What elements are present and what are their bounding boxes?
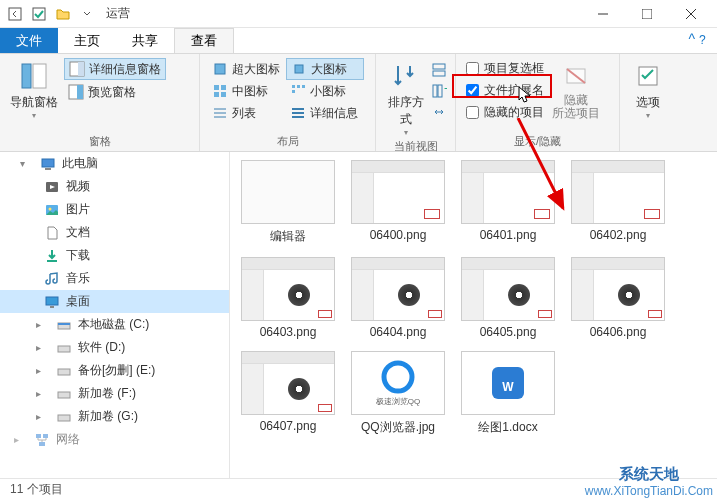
svg-rect-44 bbox=[58, 323, 70, 325]
file-name: 06406.png bbox=[568, 325, 668, 339]
svg-rect-50 bbox=[43, 434, 48, 438]
svg-rect-17 bbox=[221, 92, 226, 97]
file-name: 06401.png bbox=[458, 228, 558, 242]
svg-rect-11 bbox=[77, 85, 83, 99]
ribbon-group-current-view: 排序方式 ▾ + 当前视图 bbox=[376, 54, 456, 151]
layout-extra-large[interactable]: 超大图标 bbox=[208, 58, 286, 80]
layout-large[interactable]: 大图标 bbox=[286, 58, 364, 80]
tree-desktop[interactable]: 桌面 bbox=[0, 290, 229, 313]
svg-rect-6 bbox=[22, 64, 31, 88]
file-item[interactable]: 编辑器 bbox=[238, 160, 338, 245]
file-name: 06402.png bbox=[568, 228, 668, 242]
svg-rect-3 bbox=[642, 9, 652, 19]
cursor-icon bbox=[518, 86, 532, 104]
tree-drive-f[interactable]: ▸新加卷 (F:) bbox=[0, 382, 229, 405]
file-item[interactable]: 06407.png bbox=[238, 351, 338, 436]
pictures-icon bbox=[44, 202, 60, 218]
tab-file[interactable]: 文件 bbox=[0, 28, 58, 53]
drive-icon bbox=[56, 340, 72, 356]
details-pane-icon bbox=[69, 61, 85, 77]
file-ext-toggle[interactable]: 文件扩展名 bbox=[464, 80, 546, 101]
ribbon-group-options: 选项 ▾ bbox=[620, 54, 676, 151]
close-button[interactable] bbox=[669, 0, 713, 28]
tree-documents[interactable]: 文档 bbox=[0, 221, 229, 244]
svg-rect-21 bbox=[292, 90, 295, 93]
file-item[interactable]: 06404.png bbox=[348, 257, 448, 339]
layout-small[interactable]: 小图标 bbox=[286, 80, 364, 102]
drive-icon bbox=[56, 409, 72, 425]
tree-drive-d[interactable]: ▸软件 (D:) bbox=[0, 336, 229, 359]
item-checkbox-input[interactable] bbox=[466, 62, 479, 75]
documents-icon bbox=[44, 225, 60, 241]
svg-rect-47 bbox=[58, 392, 70, 398]
screenshot-thumb bbox=[461, 160, 555, 224]
svg-rect-15 bbox=[221, 85, 226, 90]
ribbon-help-icon[interactable]: ^ ? bbox=[677, 28, 717, 53]
svg-rect-30 bbox=[433, 85, 437, 97]
screenshot-thumb bbox=[571, 257, 665, 321]
screenshot-thumb bbox=[461, 257, 555, 321]
svg-rect-42 bbox=[50, 306, 54, 308]
qat-back-icon[interactable] bbox=[4, 3, 26, 25]
item-checkbox-toggle[interactable]: 项目复选框 bbox=[464, 58, 546, 79]
tree-drive-g[interactable]: ▸新加卷 (G:) bbox=[0, 405, 229, 428]
tree-drive-e[interactable]: ▸备份[勿删] (E:) bbox=[0, 359, 229, 382]
file-item[interactable]: 06405.png bbox=[458, 257, 558, 339]
tree-network[interactable]: ▸网络 bbox=[0, 428, 229, 451]
add-columns-icon[interactable]: + bbox=[431, 83, 447, 102]
file-item[interactable]: 06400.png bbox=[348, 160, 448, 245]
layout-list[interactable]: 列表 bbox=[208, 102, 286, 124]
file-item[interactable]: 06402.png bbox=[568, 160, 668, 245]
svg-rect-36 bbox=[42, 159, 54, 167]
sort-icon bbox=[390, 60, 422, 92]
tree-videos[interactable]: 视频 bbox=[0, 175, 229, 198]
tab-view[interactable]: 查看 bbox=[174, 28, 234, 53]
tree-downloads[interactable]: 下载 bbox=[0, 244, 229, 267]
file-item[interactable]: 06403.png bbox=[238, 257, 338, 339]
tab-share[interactable]: 共享 bbox=[116, 28, 174, 53]
svg-rect-19 bbox=[297, 85, 300, 88]
file-item[interactable]: 06401.png bbox=[458, 160, 558, 245]
tree-music[interactable]: 音乐 bbox=[0, 267, 229, 290]
hidden-items-input[interactable] bbox=[466, 106, 479, 119]
tree-pictures[interactable]: 图片 bbox=[0, 198, 229, 221]
large-icon bbox=[291, 61, 307, 77]
svg-rect-41 bbox=[46, 297, 58, 305]
svg-rect-46 bbox=[58, 369, 70, 375]
file-item[interactable]: 极速浏览QQQQ浏览器.jpg bbox=[348, 351, 448, 436]
maximize-button[interactable] bbox=[625, 0, 669, 28]
svg-rect-48 bbox=[58, 415, 70, 421]
preview-pane-button[interactable]: 预览窗格 bbox=[64, 81, 166, 103]
drive-icon bbox=[56, 386, 72, 402]
this-pc-icon bbox=[40, 156, 56, 172]
hide-selected-button[interactable]: 隐藏 所选项目 bbox=[550, 58, 602, 132]
sort-button[interactable]: 排序方式 ▾ bbox=[384, 58, 427, 137]
qat-folder-icon[interactable] bbox=[52, 3, 74, 25]
svg-rect-13 bbox=[295, 65, 303, 73]
file-name: 06407.png bbox=[238, 419, 338, 433]
size-columns-icon[interactable] bbox=[431, 104, 447, 123]
tree-drive-c[interactable]: ▸本地磁盘 (C:) bbox=[0, 313, 229, 336]
details-pane-button[interactable]: 详细信息窗格 bbox=[64, 58, 166, 80]
group-by-icon[interactable] bbox=[431, 62, 447, 81]
qat-dropdown-icon[interactable] bbox=[76, 3, 98, 25]
options-button[interactable]: 选项 ▾ bbox=[628, 58, 668, 135]
file-item[interactable]: 06406.png bbox=[568, 257, 668, 339]
tab-home[interactable]: 主页 bbox=[58, 28, 116, 53]
minimize-button[interactable] bbox=[581, 0, 625, 28]
desktop-icon bbox=[44, 294, 60, 310]
tree-this-pc[interactable]: ▾此电脑 bbox=[0, 152, 229, 175]
music-icon bbox=[44, 271, 60, 287]
file-item[interactable]: W绘图1.docx bbox=[458, 351, 558, 436]
hidden-items-toggle[interactable]: 隐藏的项目 bbox=[464, 102, 546, 123]
folder-icon bbox=[241, 160, 335, 224]
svg-text:W: W bbox=[502, 380, 514, 394]
svg-text:+: + bbox=[444, 83, 447, 96]
file-ext-input[interactable] bbox=[466, 84, 479, 97]
navigation-pane-button[interactable]: 导航窗格 ▾ bbox=[8, 58, 60, 132]
layout-details[interactable]: 详细信息 bbox=[286, 102, 364, 124]
file-name: QQ浏览器.jpg bbox=[348, 419, 448, 436]
layout-medium[interactable]: 中图标 bbox=[208, 80, 286, 102]
svg-rect-25 bbox=[292, 108, 304, 110]
qat-checkbox-icon[interactable] bbox=[28, 3, 50, 25]
